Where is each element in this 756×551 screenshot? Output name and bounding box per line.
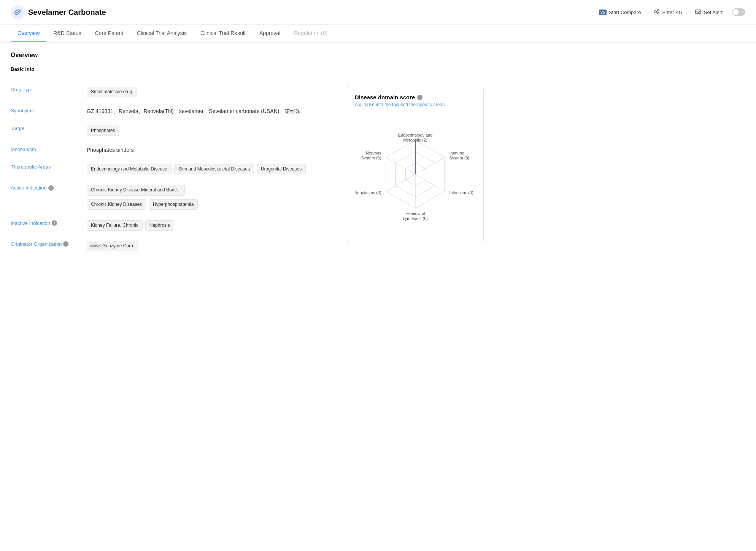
inactive-indication-label: Inactive Indication i xyxy=(11,220,87,226)
set-alert-button[interactable]: Set Alert xyxy=(692,7,726,18)
drug-type-tag[interactable]: Small molecule drug xyxy=(87,87,137,97)
svg-text:Lymphatic (0): Lymphatic (0) xyxy=(403,216,428,221)
compare-icon: V5 xyxy=(599,10,607,15)
target-value: Phosphates xyxy=(87,125,335,137)
radar-chart: Endocrinology and Metabolic (2) Immune S… xyxy=(355,113,476,235)
originator-tag[interactable]: SANOFI Genzyme Corp. xyxy=(87,241,138,251)
tab-core-patent[interactable]: Core Patent xyxy=(88,25,130,42)
therapeutic-label: Therapeutic Areas xyxy=(11,163,87,170)
tab-clinical-trial-analysis[interactable]: Clinical Trial Analysis xyxy=(130,25,194,42)
content-left: Drug Type Small molecule drug Synonyms G… xyxy=(11,86,335,260)
therapeutic-row: Therapeutic Areas Endocrinology and Meta… xyxy=(11,163,335,175)
synonyms-value: GZ 419831、Renvela、Renvela(TN)、sevelamer、… xyxy=(87,107,335,115)
svg-line-15 xyxy=(386,174,415,191)
active-indication-tag-ckd-bone[interactable]: Chronic Kidney Disease-Mineral and Bone.… xyxy=(87,185,185,195)
svg-line-1 xyxy=(16,11,20,13)
active-indication-info-icon[interactable]: i xyxy=(48,185,54,191)
svg-text:Immune: Immune xyxy=(449,151,464,155)
svg-line-5 xyxy=(656,11,658,11)
originator-name: Genzyme Corp. xyxy=(102,242,134,250)
disease-card-info-icon[interactable]: i xyxy=(417,95,422,100)
tab-approval[interactable]: Approval xyxy=(253,25,287,42)
svg-text:Endocrinology and: Endocrinology and xyxy=(398,133,432,137)
target-label: Target xyxy=(11,125,87,131)
target-tag-phosphates[interactable]: Phosphates xyxy=(87,126,119,136)
svg-point-2 xyxy=(654,11,656,13)
mechanism-value: Phosphates binders xyxy=(87,146,335,154)
svg-text:Infectious (0): Infectious (0) xyxy=(449,190,473,195)
svg-rect-7 xyxy=(696,10,701,14)
target-row: Target Phosphates xyxy=(11,125,335,137)
disease-card-container: Disease domain score i A glimpse into th… xyxy=(347,86,484,243)
content-layout: Drug Type Small molecule drug Synonyms G… xyxy=(11,86,484,260)
disease-card-subtitle: A glimpse into the focused therapeutic a… xyxy=(355,102,476,107)
svg-text:System (0): System (0) xyxy=(361,156,381,160)
svg-text:Nervous: Nervous xyxy=(366,151,381,155)
section-title: Basic Info xyxy=(11,66,484,72)
main-content: Overview Basic Info Drug Type Small mole… xyxy=(0,43,494,269)
originator-value: SANOFI Genzyme Corp. xyxy=(87,240,335,251)
sanofi-logo: SANOFI xyxy=(91,243,100,248)
originator-row: Originator Organization i SANOFI Genzyme… xyxy=(11,240,335,251)
active-indication-tag-hyper[interactable]: Hyperphosphatemia xyxy=(149,199,198,210)
inactive-indication-info-icon[interactable]: i xyxy=(52,220,57,226)
mechanism-row: Mechanism Phosphates binders xyxy=(11,146,335,154)
active-indication-label: Active Indication i xyxy=(11,184,87,191)
therapeutic-value: Endocrinology and Metabolic Disease Skin… xyxy=(87,163,335,175)
alert-icon xyxy=(695,8,702,16)
therapeutic-tag-uro[interactable]: Urogenital Diseases xyxy=(257,164,306,174)
header-right: V5 Start Compare Enter KG Set Alert xyxy=(596,7,745,18)
inactive-tag-kidney[interactable]: Kidney Failure, Chronic xyxy=(87,220,143,231)
inactive-tag-nephrosis[interactable]: Nephrosis xyxy=(145,220,174,231)
therapeutic-tag-endo[interactable]: Endocrinology and Metabolic Disease xyxy=(87,164,172,174)
navigation-tabs: Overview R&D Status Core Patent Clinical… xyxy=(0,25,756,43)
pill-icon xyxy=(14,8,21,16)
drug-type-row: Drug Type Small molecule drug xyxy=(11,86,335,98)
inactive-indication-value: Kidney Failure, Chronic Nephrosis xyxy=(87,220,335,231)
inactive-indication-row: Inactive Indication i Kidney Failure, Ch… xyxy=(11,220,335,231)
enter-kg-button[interactable]: Enter KG xyxy=(650,7,685,18)
disease-card-title: Disease domain score i xyxy=(355,94,476,100)
tab-clinical-trial-result[interactable]: Clinical Trial Result xyxy=(194,25,253,42)
page-title: Overview xyxy=(11,52,484,59)
kg-icon xyxy=(653,8,660,16)
originator-label: Originator Organization i xyxy=(11,240,87,247)
svg-line-6 xyxy=(656,12,658,13)
svg-text:Metabolic (2): Metabolic (2) xyxy=(403,138,427,142)
mechanism-label: Mechanism xyxy=(11,146,87,152)
drug-type-value: Small molecule drug xyxy=(87,86,335,98)
alert-toggle[interactable] xyxy=(732,8,745,16)
svg-text:Neoplasms (0): Neoplasms (0) xyxy=(355,190,381,195)
header: Sevelamer Carbonate V5 Start Compare Ent… xyxy=(0,0,756,25)
header-left: Sevelamer Carbonate xyxy=(11,5,106,19)
active-indication-value: Chronic Kidney Disease-Mineral and Bone.… xyxy=(87,184,335,210)
svg-point-4 xyxy=(658,13,659,14)
drug-type-label: Drug Type xyxy=(11,86,87,92)
divider xyxy=(11,78,484,78)
disease-domain-card: Disease domain score i A glimpse into th… xyxy=(347,86,484,260)
radar-svg: Endocrinology and Metabolic (2) Immune S… xyxy=(355,113,476,235)
toggle-knob xyxy=(732,9,739,15)
active-indication-row: Active Indication i Chronic Kidney Disea… xyxy=(11,184,335,210)
svg-text:Hemic and: Hemic and xyxy=(405,211,425,216)
svg-line-13 xyxy=(415,174,445,191)
tab-regulation: Regulation (0) xyxy=(287,25,334,42)
tab-overview[interactable]: Overview xyxy=(11,25,46,42)
svg-text:System (0): System (0) xyxy=(449,156,469,160)
svg-line-16 xyxy=(386,157,415,174)
tab-rd-status[interactable]: R&D Status xyxy=(46,25,88,42)
compare-button[interactable]: V5 Start Compare xyxy=(596,8,644,17)
originator-info-icon[interactable]: i xyxy=(63,241,68,247)
synonyms-label: Synonyms xyxy=(11,107,87,113)
svg-line-12 xyxy=(415,157,445,174)
active-indication-tag-ckd[interactable]: Chronic Kidney Diseases xyxy=(87,199,146,210)
synonyms-row: Synonyms GZ 419831、Renvela、Renvela(TN)、s… xyxy=(11,107,335,115)
drug-title: Sevelamer Carbonate xyxy=(28,8,106,17)
app-logo xyxy=(11,5,24,19)
svg-point-3 xyxy=(658,10,659,11)
therapeutic-tag-skin[interactable]: Skin and Musculoskeletal Diseases xyxy=(174,164,254,174)
